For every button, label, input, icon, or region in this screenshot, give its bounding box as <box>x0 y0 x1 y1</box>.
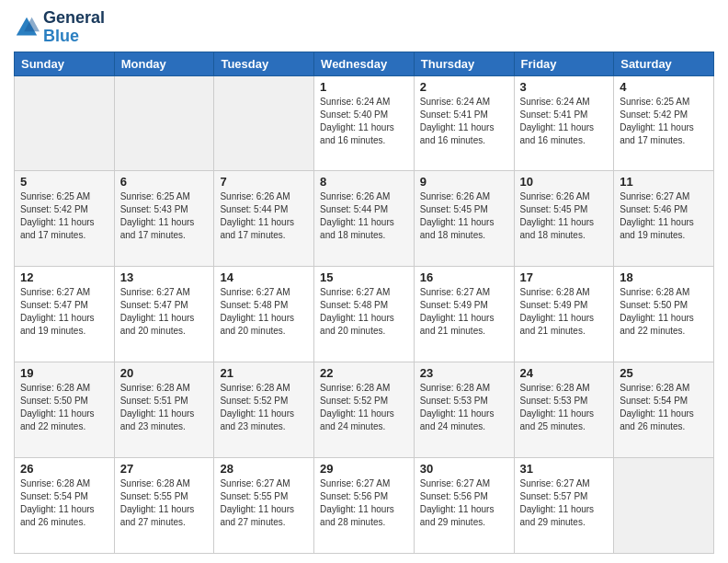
day-info: Sunrise: 6:25 AMSunset: 5:42 PMDaylight:… <box>620 96 708 147</box>
day-number: 29 <box>320 462 408 476</box>
day-number: 23 <box>420 366 508 380</box>
week-row-5: 26Sunrise: 6:28 AMSunset: 5:54 PMDayligh… <box>15 458 714 554</box>
weekday-header-saturday: Saturday <box>614 52 714 75</box>
calendar-cell <box>214 75 314 171</box>
day-info: Sunrise: 6:26 AMSunset: 5:45 PMDaylight:… <box>520 190 609 242</box>
week-row-2: 5Sunrise: 6:25 AMSunset: 5:42 PMDaylight… <box>15 171 714 267</box>
day-number: 11 <box>620 175 708 189</box>
day-number: 5 <box>20 175 108 189</box>
calendar-cell: 8Sunrise: 6:26 AMSunset: 5:44 PMDaylight… <box>314 171 415 267</box>
calendar-cell <box>614 458 714 554</box>
calendar-cell: 4Sunrise: 6:25 AMSunset: 5:42 PMDaylight… <box>614 75 714 171</box>
week-row-4: 19Sunrise: 6:28 AMSunset: 5:50 PMDayligh… <box>15 362 714 458</box>
calendar-cell: 29Sunrise: 6:27 AMSunset: 5:56 PMDayligh… <box>314 458 415 554</box>
calendar-cell: 15Sunrise: 6:27 AMSunset: 5:48 PMDayligh… <box>314 267 415 362</box>
calendar-cell: 3Sunrise: 6:24 AMSunset: 5:41 PMDaylight… <box>514 75 614 171</box>
calendar-cell: 14Sunrise: 6:27 AMSunset: 5:48 PMDayligh… <box>214 267 314 362</box>
day-number: 2 <box>420 80 508 94</box>
day-number: 17 <box>520 270 609 284</box>
day-info: Sunrise: 6:28 AMSunset: 5:52 PMDaylight:… <box>220 382 308 433</box>
day-number: 3 <box>520 80 609 94</box>
day-info: Sunrise: 6:28 AMSunset: 5:49 PMDaylight:… <box>520 286 609 338</box>
day-number: 19 <box>20 366 108 380</box>
calendar-cell: 25Sunrise: 6:28 AMSunset: 5:54 PMDayligh… <box>614 362 714 458</box>
day-info: Sunrise: 6:27 AMSunset: 5:56 PMDaylight:… <box>420 477 508 529</box>
day-info: Sunrise: 6:27 AMSunset: 5:57 PMDaylight:… <box>520 477 609 529</box>
day-number: 8 <box>320 175 408 189</box>
logo-icon <box>14 15 40 40</box>
day-number: 7 <box>220 175 308 189</box>
logo: General Blue <box>14 9 105 46</box>
day-info: Sunrise: 6:27 AMSunset: 5:47 PMDaylight:… <box>20 286 108 338</box>
day-number: 25 <box>620 366 708 380</box>
calendar-cell: 26Sunrise: 6:28 AMSunset: 5:54 PMDayligh… <box>15 458 115 554</box>
calendar-cell <box>114 75 214 171</box>
day-info: Sunrise: 6:28 AMSunset: 5:51 PMDaylight:… <box>120 382 209 433</box>
page: General Blue SundayMondayTuesdayWednesda… <box>0 0 728 563</box>
day-info: Sunrise: 6:28 AMSunset: 5:50 PMDaylight:… <box>20 382 108 433</box>
calendar-cell <box>15 75 115 171</box>
day-info: Sunrise: 6:28 AMSunset: 5:54 PMDaylight:… <box>620 382 708 433</box>
day-info: Sunrise: 6:26 AMSunset: 5:44 PMDaylight:… <box>320 190 408 242</box>
day-info: Sunrise: 6:28 AMSunset: 5:54 PMDaylight:… <box>20 477 108 529</box>
day-number: 27 <box>120 462 209 476</box>
calendar-cell: 12Sunrise: 6:27 AMSunset: 5:47 PMDayligh… <box>15 267 115 362</box>
calendar-cell: 28Sunrise: 6:27 AMSunset: 5:55 PMDayligh… <box>214 458 314 554</box>
calendar: SundayMondayTuesdayWednesdayThursdayFrid… <box>14 52 714 554</box>
day-number: 22 <box>320 366 408 380</box>
day-info: Sunrise: 6:27 AMSunset: 5:55 PMDaylight:… <box>220 477 308 529</box>
calendar-cell: 21Sunrise: 6:28 AMSunset: 5:52 PMDayligh… <box>214 362 314 458</box>
weekday-header-monday: Monday <box>114 52 214 75</box>
day-number: 31 <box>520 462 609 476</box>
weekday-header-sunday: Sunday <box>15 52 115 75</box>
calendar-cell: 30Sunrise: 6:27 AMSunset: 5:56 PMDayligh… <box>414 458 514 554</box>
day-info: Sunrise: 6:24 AMSunset: 5:40 PMDaylight:… <box>320 96 408 147</box>
day-number: 12 <box>20 270 108 284</box>
day-info: Sunrise: 6:27 AMSunset: 5:49 PMDaylight:… <box>420 286 508 338</box>
weekday-header-tuesday: Tuesday <box>214 52 314 75</box>
day-info: Sunrise: 6:26 AMSunset: 5:44 PMDaylight:… <box>220 190 308 242</box>
weekday-header-thursday: Thursday <box>414 52 514 75</box>
calendar-cell: 24Sunrise: 6:28 AMSunset: 5:53 PMDayligh… <box>514 362 614 458</box>
day-number: 20 <box>120 366 209 380</box>
calendar-cell: 7Sunrise: 6:26 AMSunset: 5:44 PMDaylight… <box>214 171 314 267</box>
day-info: Sunrise: 6:28 AMSunset: 5:50 PMDaylight:… <box>620 286 708 338</box>
day-number: 30 <box>420 462 508 476</box>
calendar-cell: 20Sunrise: 6:28 AMSunset: 5:51 PMDayligh… <box>114 362 214 458</box>
weekday-header-wednesday: Wednesday <box>314 52 415 75</box>
day-number: 28 <box>220 462 308 476</box>
day-info: Sunrise: 6:24 AMSunset: 5:41 PMDaylight:… <box>520 96 609 147</box>
logo-text: General Blue <box>43 9 105 46</box>
day-number: 6 <box>120 175 209 189</box>
calendar-cell: 17Sunrise: 6:28 AMSunset: 5:49 PMDayligh… <box>514 267 614 362</box>
calendar-cell: 16Sunrise: 6:27 AMSunset: 5:49 PMDayligh… <box>414 267 514 362</box>
day-number: 9 <box>420 175 508 189</box>
day-info: Sunrise: 6:25 AMSunset: 5:43 PMDaylight:… <box>120 190 209 242</box>
day-info: Sunrise: 6:28 AMSunset: 5:53 PMDaylight:… <box>420 382 508 433</box>
week-row-1: 1Sunrise: 6:24 AMSunset: 5:40 PMDaylight… <box>15 75 714 171</box>
calendar-cell: 18Sunrise: 6:28 AMSunset: 5:50 PMDayligh… <box>614 267 714 362</box>
day-number: 18 <box>620 270 708 284</box>
day-info: Sunrise: 6:28 AMSunset: 5:52 PMDaylight:… <box>320 382 408 433</box>
day-info: Sunrise: 6:27 AMSunset: 5:48 PMDaylight:… <box>320 286 408 338</box>
weekday-header-row: SundayMondayTuesdayWednesdayThursdayFrid… <box>15 52 714 75</box>
week-row-3: 12Sunrise: 6:27 AMSunset: 5:47 PMDayligh… <box>15 267 714 362</box>
day-number: 26 <box>20 462 108 476</box>
day-number: 14 <box>220 270 308 284</box>
day-number: 4 <box>620 80 708 94</box>
day-number: 15 <box>320 270 408 284</box>
weekday-header-friday: Friday <box>514 52 614 75</box>
calendar-cell: 1Sunrise: 6:24 AMSunset: 5:40 PMDaylight… <box>314 75 415 171</box>
calendar-cell: 9Sunrise: 6:26 AMSunset: 5:45 PMDaylight… <box>414 171 514 267</box>
calendar-cell: 10Sunrise: 6:26 AMSunset: 5:45 PMDayligh… <box>514 171 614 267</box>
day-number: 1 <box>320 80 408 94</box>
calendar-cell: 22Sunrise: 6:28 AMSunset: 5:52 PMDayligh… <box>314 362 415 458</box>
day-number: 21 <box>220 366 308 380</box>
day-info: Sunrise: 6:28 AMSunset: 5:53 PMDaylight:… <box>520 382 609 433</box>
day-info: Sunrise: 6:25 AMSunset: 5:42 PMDaylight:… <box>20 190 108 242</box>
calendar-cell: 19Sunrise: 6:28 AMSunset: 5:50 PMDayligh… <box>15 362 115 458</box>
day-number: 13 <box>120 270 209 284</box>
day-info: Sunrise: 6:28 AMSunset: 5:55 PMDaylight:… <box>120 477 209 529</box>
day-info: Sunrise: 6:27 AMSunset: 5:48 PMDaylight:… <box>220 286 308 338</box>
header: General Blue <box>14 9 714 46</box>
